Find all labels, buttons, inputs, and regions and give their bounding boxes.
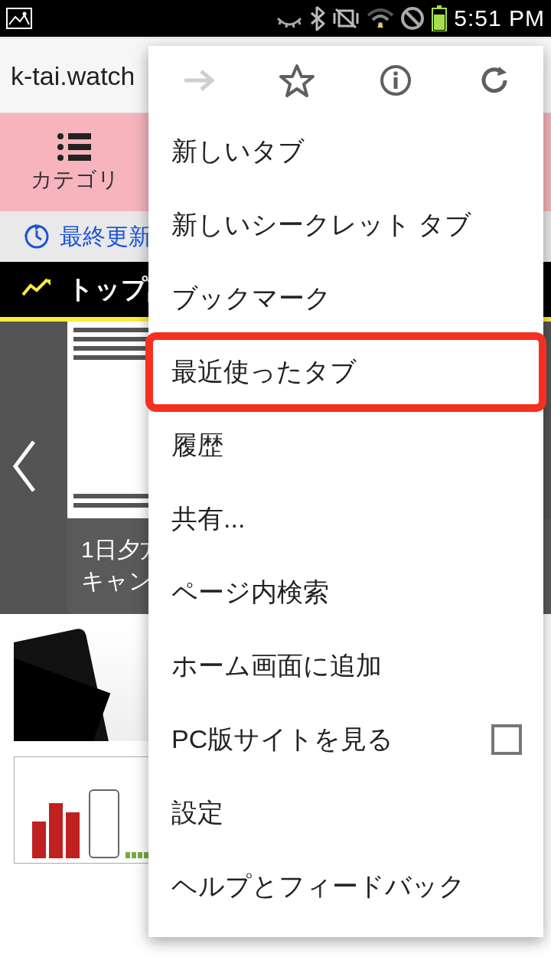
menu-recent-tabs[interactable]: 最近使ったタブ [148, 335, 543, 409]
svg-rect-30 [393, 77, 397, 89]
svg-line-2 [279, 20, 281, 24]
menu-help-feedback[interactable]: ヘルプとフィードバック [148, 850, 543, 923]
svg-line-4 [293, 23, 294, 28]
menu-item-label: PC版サイトを見る [171, 722, 393, 757]
desktop-site-checkbox[interactable] [491, 724, 522, 755]
menu-share[interactable]: 共有... [148, 482, 543, 556]
article-thumbnail [14, 626, 167, 741]
menu-item-label: 履歴 [171, 428, 223, 463]
svg-point-17 [57, 133, 64, 139]
svg-point-29 [393, 71, 398, 76]
url-field[interactable]: k-tai.watch [11, 61, 133, 91]
trending-icon [21, 278, 52, 301]
menu-desktop-site[interactable]: PC版サイトを見る [148, 703, 543, 776]
svg-point-1 [23, 12, 27, 16]
menu-item-label: 新しいシークレット タブ [171, 207, 471, 243]
carousel-prev-icon[interactable] [9, 436, 40, 500]
menu-find-in-page[interactable]: ページ内検索 [148, 556, 543, 629]
menu-item-label: 新しいタブ [171, 134, 305, 169]
reload-icon[interactable] [474, 60, 515, 101]
svg-rect-0 [7, 8, 31, 28]
svg-marker-31 [497, 67, 507, 76]
picture-icon [6, 8, 32, 29]
article-thumbnail [14, 756, 167, 864]
svg-point-21 [57, 155, 64, 161]
svg-rect-20 [68, 144, 91, 150]
svg-marker-27 [281, 66, 313, 96]
no-signal-icon [400, 6, 425, 31]
wifi-icon [367, 8, 394, 29]
menu-new-incognito-tab[interactable]: 新しいシークレット タブ [148, 188, 543, 262]
android-status-bar: 5:51 PM [0, 0, 551, 37]
menu-item-label: ホーム画面に追加 [171, 648, 382, 684]
svg-line-5 [298, 20, 300, 24]
svg-rect-22 [68, 155, 91, 161]
menu-bookmarks[interactable]: ブックマーク [148, 262, 543, 335]
star-icon[interactable] [276, 60, 318, 101]
list-icon [54, 130, 96, 161]
menu-item-label: 設定 [171, 795, 223, 831]
menu-item-label: 共有... [171, 501, 245, 537]
category-button[interactable]: カテゴリ [31, 130, 119, 194]
menu-add-to-homescreen[interactable]: ホーム画面に追加 [148, 629, 543, 703]
eye-off-icon [276, 9, 302, 28]
menu-new-tab[interactable]: 新しいタブ [148, 115, 543, 188]
menu-icon-row [148, 46, 543, 115]
svg-rect-18 [68, 133, 91, 139]
category-label: カテゴリ [31, 165, 119, 194]
status-time: 5:51 PM [454, 5, 545, 31]
info-icon[interactable] [375, 60, 416, 101]
browser-overflow-menu: 新しいタブ 新しいシークレット タブ ブックマーク 最近使ったタブ 履歴 共有.… [148, 46, 543, 937]
menu-item-label: ページ内検索 [171, 575, 329, 610]
menu-history[interactable]: 履歴 [148, 409, 543, 482]
clock-refresh-icon [23, 223, 51, 250]
svg-point-19 [57, 144, 64, 150]
menu-item-label: 最近使ったタブ [171, 354, 357, 390]
bluetooth-icon [308, 5, 325, 31]
battery-icon [431, 5, 448, 31]
svg-rect-16 [434, 15, 445, 30]
svg-line-3 [286, 23, 287, 28]
forward-icon [178, 60, 219, 101]
svg-line-13 [406, 11, 419, 25]
menu-settings[interactable]: 設定 [148, 776, 543, 850]
menu-item-label: ヘルプとフィードバック [171, 869, 465, 904]
menu-item-label: ブックマーク [171, 281, 331, 316]
vibrate-mute-icon [331, 6, 360, 31]
